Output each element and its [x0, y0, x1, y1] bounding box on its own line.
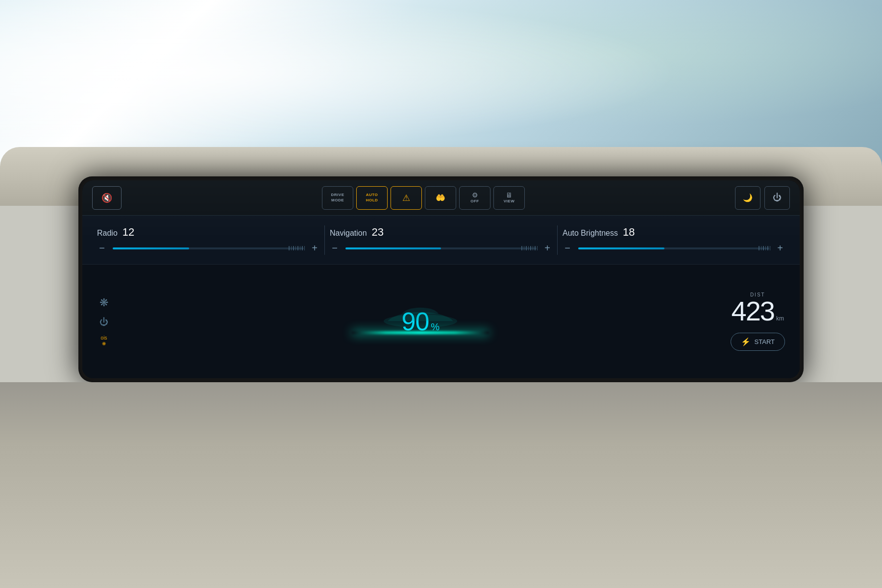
divider-1 [324, 225, 325, 255]
divider-2 [557, 225, 558, 255]
off-button[interactable]: ⚙ OFF [459, 186, 490, 210]
radio-label: Radio [97, 229, 118, 238]
tick [300, 246, 301, 250]
tick [533, 246, 534, 250]
nav-label: Navigation [330, 229, 367, 238]
brightness-increase-button[interactable]: + [775, 243, 785, 254]
night-mode-button[interactable]: 🌙 [735, 186, 760, 210]
tick [761, 246, 762, 250]
distance-display: DIST 423 km [732, 292, 784, 325]
brightness-control: Auto Brightness 18 − [563, 226, 785, 254]
tick [767, 246, 768, 250]
warning-icon: ⚠ [402, 194, 410, 202]
view-label: VIEW [504, 199, 514, 204]
night-icon: 🌙 [743, 193, 753, 202]
glow-bar [352, 331, 489, 334]
radio-decrease-button[interactable]: − [97, 243, 107, 254]
main-display-area: ❋ ⏻ ois❋ 90 % [82, 265, 800, 378]
tick [304, 246, 305, 250]
nav-slider-row: − [330, 243, 552, 254]
tick [291, 246, 292, 250]
infotainment-screen: 🔇 DRIVE MODE AUTO HOLD ⚠ 🤲 [78, 176, 804, 382]
view-button[interactable]: 🖥 VIEW [493, 186, 525, 210]
radio-slider-track[interactable] [113, 247, 304, 249]
tick [297, 246, 298, 250]
distance-unit: km [776, 315, 784, 322]
system-power-icon[interactable]: ⏻ [97, 317, 111, 327]
seatbelt-icon: 🤲 [436, 194, 445, 202]
radio-header: Radio 12 [97, 226, 319, 239]
tick [302, 246, 303, 250]
warning-button[interactable]: ⚠ [391, 186, 422, 210]
mode-buttons-group: DRIVE MODE AUTO HOLD ⚠ 🤲 ⚙ OFF [322, 186, 525, 210]
radio-slider-row: − [97, 243, 319, 254]
brightness-value: 18 [623, 226, 635, 239]
left-sidebar-icons: ❋ ⏻ ois❋ [97, 296, 111, 347]
car-silhouette-svg [371, 305, 469, 329]
tick [765, 246, 766, 250]
dashboard-bottom-bezel [0, 382, 882, 588]
radio-tick-marks [289, 246, 305, 250]
auto-hold-label1: AUTO [366, 193, 378, 197]
nav-slider-track[interactable] [345, 247, 537, 249]
brightness-label: Auto Brightness [563, 229, 618, 238]
tick [530, 246, 531, 250]
auto-hold-button[interactable]: AUTO HOLD [356, 186, 388, 210]
tick [770, 246, 771, 250]
radio-increase-button[interactable]: + [310, 243, 319, 254]
car-visualization [347, 295, 494, 334]
seatbelt-button[interactable]: 🤲 [425, 186, 456, 210]
start-charging-button[interactable]: ⚡ START [731, 333, 785, 351]
tick [293, 246, 294, 250]
top-bar: 🔇 DRIVE MODE AUTO HOLD ⚠ 🤲 [82, 180, 800, 216]
nav-header: Navigation 23 [330, 226, 552, 239]
center-display: 90 % [121, 309, 721, 334]
tick [528, 246, 529, 250]
start-label: START [755, 338, 775, 345]
brightness-header: Auto Brightness 18 [563, 226, 785, 239]
tick [763, 246, 764, 250]
settings-icon[interactable]: ois❋ [97, 335, 111, 347]
off-label: OFF [470, 199, 479, 204]
auto-hold-label2: HOLD [366, 198, 378, 203]
nav-slider-fill [345, 247, 441, 249]
radio-slider-fill [113, 247, 189, 249]
display-icon: 🖥 [506, 192, 513, 198]
power-icon: ⏻ [773, 193, 782, 203]
tick [524, 246, 525, 250]
distance-value: 423 [732, 297, 774, 325]
brightness-tick-marks [759, 246, 770, 250]
brightness-slider-track[interactable] [578, 247, 769, 249]
tick [521, 246, 522, 250]
power-button[interactable]: ⏻ [764, 186, 790, 210]
nav-value: 23 [372, 226, 384, 239]
charge-icon: ⚡ [741, 337, 751, 346]
radio-control: Radio 12 − [97, 226, 319, 254]
radio-value: 12 [122, 226, 134, 239]
mute-icon: 🔇 [101, 193, 112, 203]
dist-value-group: 423 km [732, 297, 784, 325]
nav-decrease-button[interactable]: − [330, 243, 340, 254]
right-controls: 🌙 ⏻ [735, 186, 790, 210]
controls-row: Radio 12 − [82, 216, 800, 265]
brightness-slider-fill [578, 247, 664, 249]
fan-icon[interactable]: ❋ [97, 296, 111, 309]
drive-mode-button[interactable]: DRIVE MODE [322, 186, 353, 210]
tick [537, 246, 538, 250]
mute-button[interactable]: 🔇 [92, 186, 122, 210]
tick [295, 246, 296, 250]
brightness-slider-row: − + [563, 243, 785, 254]
nav-tick-marks [521, 246, 538, 250]
brightness-decrease-button[interactable]: − [563, 243, 572, 254]
tick [759, 246, 760, 250]
nav-increase-button[interactable]: + [542, 243, 552, 254]
navigation-control: Navigation 23 − [330, 226, 552, 254]
tick [526, 246, 527, 250]
drive-mode-label2: MODE [331, 198, 344, 203]
screen-display: 🔇 DRIVE MODE AUTO HOLD ⚠ 🤲 [82, 180, 800, 378]
gear-icon: ⚙ [472, 192, 478, 198]
drive-mode-label1: DRIVE [331, 193, 344, 197]
tick [289, 246, 290, 250]
tick [535, 246, 536, 250]
right-info-panel: DIST 423 km ⚡ START [731, 292, 785, 351]
